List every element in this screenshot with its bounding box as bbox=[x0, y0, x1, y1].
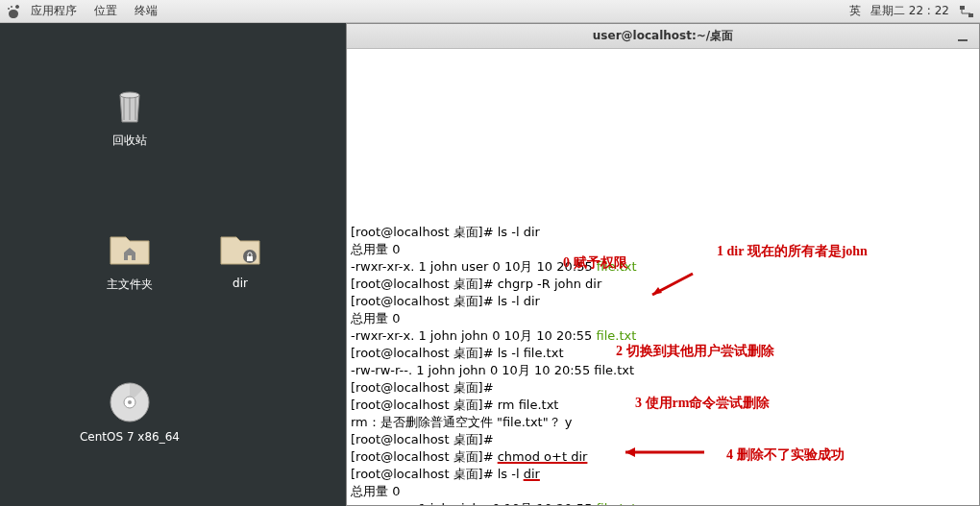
terminal-line: -rwxr-xr-x. 1 john john 0 10月 10 20:55 f… bbox=[351, 327, 975, 345]
svg-rect-9 bbox=[958, 39, 968, 41]
terminal-title: user@localhost:~/桌面 bbox=[347, 28, 979, 44]
terminal-line: [root@localhost 桌面]# ls -l dir bbox=[351, 224, 975, 241]
terminal-line: [root@localhost 桌面]# bbox=[351, 431, 975, 448]
clock[interactable]: 星期二 22 : 22 bbox=[870, 3, 949, 19]
input-method-indicator[interactable]: 英 bbox=[849, 3, 861, 19]
trash-label: 回收站 bbox=[86, 133, 173, 149]
menu-places[interactable]: 位置 bbox=[86, 1, 125, 21]
terminal-body[interactable]: 0 赋予权限 1 dir 现在的所有者是john 2 切换到其他用户尝试删除 3… bbox=[347, 49, 979, 505]
terminal-line: -rwxr-xr-x. 1 john john 0 10月 10 20:55 f… bbox=[351, 500, 975, 505]
menu-terminal[interactable]: 终端 bbox=[127, 1, 165, 21]
terminal-line: [root@localhost 桌面]# bbox=[351, 379, 975, 397]
terminal-line: 总用量 0 bbox=[351, 483, 975, 500]
terminal-line: 总用量 0 bbox=[351, 310, 975, 327]
panel-right: 英 星期二 22 : 22 bbox=[849, 3, 974, 19]
svg-rect-0 bbox=[960, 6, 965, 10]
terminal-line: -rwxr-xr-x. 1 john user 0 10月 10 20:55 f… bbox=[351, 258, 975, 276]
cd-label: CentOS 7 x86_64 bbox=[77, 430, 183, 444]
terminal-line: -rw-rw-r--. 1 john john 0 10月 10 20:55 f… bbox=[351, 362, 975, 379]
terminal-line: [root@localhost 桌面]# chgrp -R john dir bbox=[351, 276, 975, 293]
cd-icon[interactable]: CentOS 7 x86_64 bbox=[77, 378, 183, 444]
terminal-line: [root@localhost 桌面]# ls -l dir bbox=[351, 293, 975, 310]
terminal-line: [root@localhost 桌面]# rm file.txt bbox=[351, 397, 975, 414]
top-panel: 应用程序 位置 终端 英 星期二 22 : 22 bbox=[0, 0, 980, 23]
terminal-window: user@localhost:~/桌面 0 赋予权限 1 dir 现在的所有者是… bbox=[346, 23, 980, 506]
svg-rect-5 bbox=[247, 256, 253, 261]
terminal-line: [root@localhost 桌面]# ls -l dir bbox=[351, 466, 975, 483]
panel-left: 应用程序 位置 终端 bbox=[6, 1, 165, 21]
svg-point-8 bbox=[128, 400, 132, 404]
home-folder-icon[interactable]: 主文件夹 bbox=[86, 225, 173, 293]
menu-applications[interactable]: 应用程序 bbox=[23, 1, 85, 21]
dir-folder-icon[interactable]: dir bbox=[197, 225, 283, 290]
desktop[interactable]: 回收站 主文件夹 dir CentOS 7 x86_64 bbox=[0, 23, 346, 506]
terminal-line: [root@localhost 桌面]# ls -l file.txt bbox=[351, 345, 975, 362]
minimize-button[interactable] bbox=[954, 28, 971, 45]
network-icon[interactable] bbox=[959, 4, 974, 19]
dir-label: dir bbox=[197, 277, 283, 290]
terminal-titlebar[interactable]: user@localhost:~/桌面 bbox=[347, 24, 979, 49]
terminal-line: rm：是否删除普通空文件 "file.txt"？ y bbox=[351, 414, 975, 431]
terminal-line: 总用量 0 bbox=[351, 241, 975, 258]
trash-icon[interactable]: 回收站 bbox=[86, 81, 173, 149]
svg-rect-1 bbox=[968, 13, 973, 17]
terminal-line: [root@localhost 桌面]# chmod o+t dir bbox=[351, 448, 975, 466]
home-label: 主文件夹 bbox=[86, 277, 173, 293]
gnome-logo-icon bbox=[6, 4, 21, 19]
